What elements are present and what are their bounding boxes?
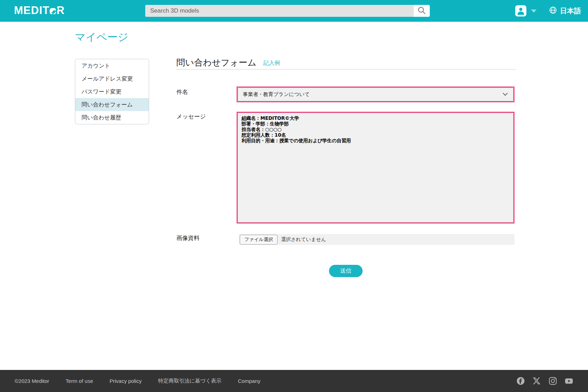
- subject-select[interactable]: 事業者・教育プランについて: [238, 88, 513, 101]
- youtube-icon[interactable]: [565, 377, 573, 385]
- footer-link-company[interactable]: Company: [238, 378, 260, 384]
- footer-links: ©2023 Meditor Term of use Privacy policy…: [15, 370, 260, 392]
- app-footer: ©2023 Meditor Term of use Privacy policy…: [0, 370, 588, 392]
- footer-link-commercial-law[interactable]: 特定商取引法に基づく表示: [158, 378, 222, 384]
- sidebar-item-password-change[interactable]: パスワード変更: [75, 85, 149, 98]
- message-textarea[interactable]: 組織名：MEDITOR©大学 部署・学部：生物学部 担当者名：○○○○ 想定利用…: [238, 113, 513, 222]
- copyright-text: ©2023 Meditor: [15, 378, 49, 384]
- example-link[interactable]: 記入例: [263, 60, 280, 67]
- subject-label: 件名: [176, 88, 188, 96]
- subject-highlight-frame: 事業者・教育プランについて: [237, 87, 514, 102]
- language-label: 日本語: [560, 6, 581, 16]
- sidebar-item-contact-history[interactable]: 問い合わせ履歴: [75, 111, 149, 124]
- user-avatar-icon: [515, 5, 526, 16]
- app-header: MEDITR 日本語: [0, 0, 588, 22]
- logo-text-post: R: [56, 4, 64, 16]
- file-status-text: 選択されていません: [281, 236, 326, 243]
- language-selector[interactable]: 日本語: [549, 6, 581, 16]
- globe-icon: [549, 6, 557, 16]
- instagram-icon[interactable]: [548, 377, 557, 385]
- facebook-icon[interactable]: [516, 377, 525, 385]
- account-menu[interactable]: [515, 5, 537, 16]
- message-highlight-frame: 組織名：MEDITOR©大学 部署・学部：生物学部 担当者名：○○○○ 想定利用…: [237, 112, 514, 223]
- x-icon[interactable]: [532, 377, 541, 385]
- submit-button[interactable]: 送信: [329, 265, 363, 277]
- main-content: マイページ アカウント メールアドレス変更 パスワード変更 問い合わせフォーム …: [0, 22, 588, 370]
- meditor-logo[interactable]: MEDITR: [14, 4, 65, 17]
- logo-text-pre: MEDIT: [14, 4, 49, 16]
- search-bar: [145, 5, 430, 17]
- mypage-sidebar: アカウント メールアドレス変更 パスワード変更 問い合わせフォーム 問い合わせ履…: [75, 59, 149, 124]
- search-icon: [417, 6, 426, 16]
- message-label: メッセージ: [176, 113, 206, 121]
- file-input[interactable]: ファイル選択 選択されていません: [239, 234, 514, 245]
- file-select-button[interactable]: ファイル選択: [240, 235, 278, 245]
- social-links: [516, 370, 573, 392]
- search-button[interactable]: [414, 5, 430, 17]
- page-title: マイページ: [75, 30, 128, 44]
- sidebar-item-contact-form[interactable]: 問い合わせフォーム: [75, 98, 149, 111]
- attachment-label: 画像資料: [176, 234, 200, 242]
- footer-link-privacy[interactable]: Privacy policy: [110, 378, 142, 384]
- caret-down-icon: [531, 9, 537, 13]
- form-title: 問い合わせフォーム: [176, 57, 257, 68]
- logo-o-icon: [50, 8, 56, 14]
- sidebar-item-account[interactable]: アカウント: [75, 59, 149, 72]
- chevron-down-icon: [502, 92, 508, 98]
- subject-selected-value: 事業者・教育プランについて: [243, 91, 310, 98]
- footer-link-terms[interactable]: Term of use: [66, 378, 93, 384]
- title-divider: [176, 69, 516, 70]
- sidebar-item-email-change[interactable]: メールアドレス変更: [75, 72, 149, 85]
- search-input[interactable]: [145, 5, 414, 17]
